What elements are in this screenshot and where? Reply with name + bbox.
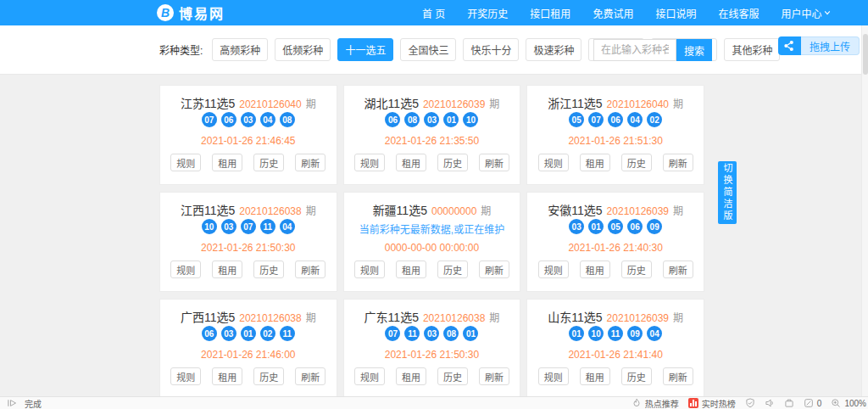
search-button[interactable]: 搜索 [676,39,712,61]
nav-item-online-service[interactable]: 在线客服 [718,6,759,20]
flame-icon [632,398,642,408]
rent-button[interactable]: 租用 [580,154,610,171]
issue-number: 20210126040 [607,98,669,110]
realtime-hot-toggle[interactable]: 实时热榜 [688,397,736,409]
nav-item-api-rent[interactable]: 接口租用 [530,6,570,20]
card-title-row: 新疆11选5 00000000 期 [344,201,520,218]
rules-button[interactable]: 规则 [170,367,201,385]
lottery-card-xinjiang: 新疆11选5 00000000 期 当前彩种无最新数据,或正在维护 0000-0… [343,192,521,292]
history-button[interactable]: 历史 [437,154,468,171]
history-button[interactable]: 历史 [253,154,284,171]
lottery-name: 新疆11选5 [373,201,427,218]
content-area: 江苏11选5 20210126040 期 07 06 03 04 08 2021… [0,75,868,396]
security-shield-button[interactable] [745,398,755,408]
zoom-level: 100% [844,399,866,408]
result-ball: 03 [569,219,584,234]
result-ball: 10 [588,326,604,341]
result-ball: 08 [280,112,295,127]
rent-button[interactable]: 租用 [396,261,426,278]
nav-item-api-docs[interactable]: 接口说明 [655,6,696,20]
card-title-row: 山东11选5 20210126039 期 [527,308,704,325]
zoom-control[interactable]: 100% [831,398,866,408]
refresh-button[interactable]: 刷新 [663,154,693,171]
result-ball: 01 [463,326,478,341]
result-ball: 04 [260,112,275,127]
lottery-name: 湖北11选5 [364,94,419,111]
result-ball: 02 [647,112,662,127]
rent-button[interactable]: 租用 [396,154,426,171]
result-ball: 07 [202,112,217,127]
ad-block-counter[interactable]: 0 [804,398,822,408]
filter-high-frequency[interactable]: 高频彩种 [212,38,268,61]
rules-button[interactable]: 规则 [538,367,569,385]
share-nodes-icon[interactable] [778,36,801,55]
history-button[interactable]: 历史 [621,261,652,278]
search-input[interactable] [593,39,676,61]
history-button[interactable]: 历史 [437,261,468,278]
nav-item-draw-history[interactable]: 开奖历史 [467,6,508,20]
drag-upload-button[interactable]: 拖拽上传 [801,36,860,55]
rent-button[interactable]: 租用 [396,367,426,385]
history-button[interactable]: 历史 [437,367,468,385]
rent-button[interactable]: 租用 [580,261,610,278]
result-ball: 01 [241,326,256,341]
filter-happy10[interactable]: 快乐十分 [463,38,519,61]
rules-button[interactable]: 规则 [170,154,201,171]
refresh-button[interactable]: 刷新 [479,367,509,385]
lottery-card-guangdong: 广东11选5 20210126038 期 07 11 03 08 01 2021… [343,299,521,399]
rules-button[interactable]: 规则 [354,367,385,385]
lottery-name: 山东11选5 [548,308,602,325]
scrollbar-thumb[interactable] [863,34,868,75]
result-ball: 02 [260,326,275,341]
rent-button[interactable]: 租用 [212,261,242,278]
refresh-button[interactable]: 刷新 [295,261,326,278]
history-button[interactable]: 历史 [621,154,652,171]
issue-number: 20210126040 [239,98,301,110]
nav-item-home[interactable]: 首 页 [422,6,445,20]
sound-button[interactable] [765,398,775,408]
refresh-button[interactable]: 刷新 [295,154,326,171]
result-ball: 11 [280,326,295,341]
filter-national-k3[interactable]: 全国快三 [400,38,456,61]
rules-button[interactable]: 规则 [354,261,385,278]
hot-recommend-toggle[interactable]: 热点推荐 [632,397,679,409]
refresh-button[interactable]: 刷新 [479,154,509,171]
site-logo[interactable]: B 博易网 [157,0,225,25]
card-title-row: 广东11选5 20210126038 期 [344,308,520,325]
status-left: 完成 [7,397,42,409]
refresh-button[interactable]: 刷新 [479,261,509,278]
nav-item-free-trial[interactable]: 免费试用 [593,6,633,20]
extension-box-button[interactable] [784,398,794,408]
rent-button[interactable]: 租用 [212,367,242,385]
history-button[interactable]: 历史 [253,367,284,385]
rules-button[interactable]: 规则 [538,154,569,171]
switch-simple-version-button[interactable]: 切换简洁版 [718,161,737,224]
history-button[interactable]: 历史 [253,261,284,278]
rent-button[interactable]: 租用 [212,154,242,171]
filter-other[interactable]: 其他彩种 [724,38,780,61]
card-actions: 规则 租用 历史 刷新 [160,154,337,171]
result-ball: 06 [608,112,623,127]
nav-item-user-center[interactable]: 用户中心 [781,6,831,20]
lottery-name: 广东11选5 [364,308,419,325]
filter-speed[interactable]: 极速彩种 [526,38,581,61]
history-button[interactable]: 历史 [621,367,652,385]
rules-button[interactable]: 规则 [354,154,385,171]
refresh-button[interactable]: 刷新 [663,261,693,278]
result-ball: 06 [385,112,400,127]
issue-number: 20210126038 [239,312,301,324]
hot-recommend-label: 热点推荐 [645,397,679,409]
issue-number: 20210126039 [607,312,669,324]
refresh-button[interactable]: 刷新 [295,367,326,385]
rules-button[interactable]: 规则 [170,261,201,278]
filter-11x5-active[interactable]: 十一选五 [337,38,393,61]
rules-button[interactable]: 规则 [538,261,569,278]
refresh-button[interactable]: 刷新 [663,367,693,385]
issue-suffix: 期 [489,96,499,110]
vertical-scrollbar[interactable] [861,25,868,396]
rent-button[interactable]: 租用 [580,367,610,385]
page-load-status: 完成 [25,397,42,409]
draw-time: 2021-01-26 21:51:30 [527,135,704,147]
filter-low-frequency[interactable]: 低频彩种 [275,38,331,61]
draw-time: 2021-01-26 21:41:40 [527,349,704,361]
